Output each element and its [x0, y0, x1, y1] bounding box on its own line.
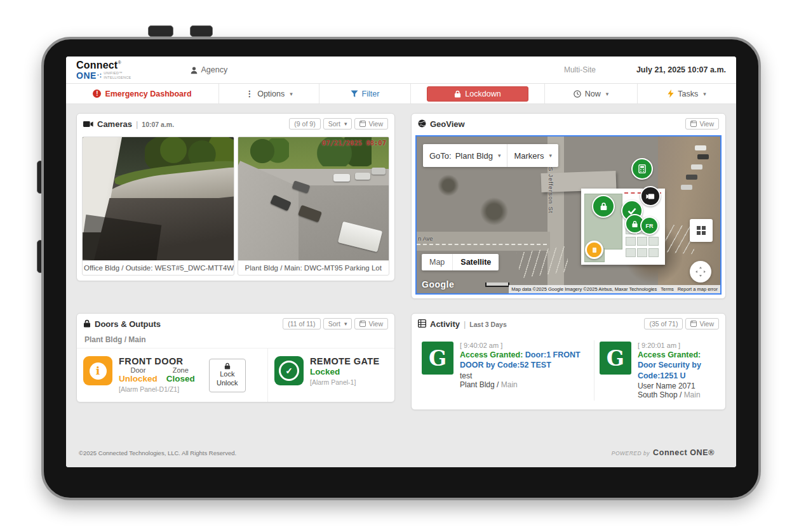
door-item-remote-gate: ✓ REMOTE GATE Locked [Alarm Panel-1] [268, 349, 386, 402]
powered-by: POWERED by Connect ONE® [612, 448, 715, 457]
goto-dropdown[interactable]: GoTo: Plant Bldg ▾ [423, 144, 507, 167]
map-scale-bar [485, 283, 509, 287]
cameras-sort-button[interactable]: Sort▾ [323, 118, 352, 130]
floorplan-room [648, 237, 659, 246]
camera-feed-1-caption: Office Bldg / Outside: WEST#5_DWC-MTT4Wi… [83, 260, 234, 275]
scene-shape [697, 154, 709, 159]
map-attribution: Map data ©2025 Google Imagery ©2025 Airb… [509, 285, 720, 293]
camera-feed-1-image [83, 137, 234, 260]
camera-feed-2-image: 07/21/2025 08:07 [238, 137, 389, 260]
chevron-down-icon: ▾ [344, 121, 347, 127]
nav-emergency-dashboard[interactable]: ! Emergency Dashboard [66, 84, 218, 103]
lock-icon [454, 90, 461, 98]
nav-filter[interactable]: Filter [319, 84, 410, 103]
device-marker[interactable] [631, 158, 653, 180]
device-icon [591, 247, 598, 253]
pan-arrows-icon [695, 266, 706, 277]
cameras-time: 10:07 a.m. [142, 121, 174, 128]
table-icon [418, 319, 426, 328]
geoview-map[interactable]: S Jefferson St n Ave [415, 135, 722, 295]
camera-feed-2[interactable]: 07/21/2025 08:07 Plant Bldg / Main: DWC-… [238, 136, 390, 276]
activity-detail-link[interactable]: Door Security by Code:1251 U [638, 361, 701, 380]
filter-icon [351, 90, 358, 98]
chevron-down-icon: ▾ [606, 91, 609, 97]
camera-feed-1[interactable]: Office Bldg / Outside: WEST#5_DWC-MTT4Wi… [82, 136, 234, 276]
lockdown-button[interactable]: Lockdown [427, 86, 528, 102]
map-tree [436, 175, 461, 196]
nav-lockdown: Lockdown [410, 84, 544, 103]
map-road [417, 232, 550, 251]
lock-unlock-button[interactable]: Lock Unlock [209, 359, 246, 392]
exclamation-icon: ! [93, 90, 101, 98]
doors-sort-button[interactable]: Sort▾ [323, 318, 352, 329]
lightning-bolt-icon [668, 90, 674, 98]
map-type-satellite-button[interactable]: Satellite [452, 254, 499, 270]
activity-event: Access Granted: [460, 350, 523, 359]
copyright-text: ©2025 Connected Technologies, LLC. All R… [79, 449, 236, 456]
door-name: FRONT DOOR [119, 356, 195, 366]
app-footer: ©2025 Connected Technologies, LLC. All R… [79, 448, 715, 457]
avenue-name-label: n Ave [418, 235, 433, 242]
report-map-error-link[interactable]: Report a map error [678, 286, 718, 292]
lock-icon [224, 362, 231, 369]
agency-label: Agency [201, 65, 228, 74]
emergency-dashboard-label: Emergency Dashboard [105, 90, 191, 98]
floorplan-room [637, 248, 647, 257]
map-type-map-button[interactable]: Map [422, 254, 452, 270]
map-pan-button[interactable] [690, 261, 711, 283]
activity-view-button[interactable]: View [685, 318, 719, 329]
lock-marker[interactable] [592, 195, 615, 218]
camera-marker[interactable] [640, 186, 661, 206]
options-label: Options [257, 90, 285, 98]
geoview-view-button[interactable]: View [685, 118, 719, 130]
scene-shape [681, 185, 692, 190]
app-header: Connect® ONE ·: UNIFIED™ INTELLIGENCE [66, 57, 736, 83]
activity-user: User Name 2071 [638, 382, 715, 390]
chevron-down-icon: ▾ [498, 152, 501, 159]
nav-now[interactable]: Now ▾ [544, 84, 637, 103]
floorplan-room [637, 237, 647, 246]
goto-value: Plant Bldg [455, 151, 493, 161]
floorplan-room [648, 248, 659, 257]
scene-shape [372, 168, 386, 175]
dashboard-content: Cameras | 10:07 a.m. (9 of 9) Sort▾ View [66, 104, 736, 467]
camera-feed-2-caption: Plant Bldg / Main: DWC-MT95 Parking Lot [238, 260, 389, 275]
cameras-count-badge: (9 of 9) [289, 118, 320, 130]
map-grid-button[interactable] [690, 219, 713, 242]
nav-options[interactable]: ⋮ Options ▾ [218, 84, 319, 103]
map-tree [478, 197, 511, 225]
door-status-icon-unlocked[interactable]: i [83, 356, 112, 385]
video-camera-icon [646, 194, 655, 199]
doors-panel-title: Doors & Outputs [83, 319, 161, 329]
google-logo: Google [422, 279, 454, 289]
logo-line1: Connect [76, 60, 117, 70]
door-status-icon-locked[interactable]: ✓ [274, 356, 304, 385]
floorplan-room [626, 248, 636, 257]
granted-badge: G [600, 342, 631, 375]
current-datetime: July 21, 2025 10:07 a.m. [636, 65, 726, 74]
doors-view-button[interactable]: View [354, 318, 388, 329]
attribution-text: Map data ©2025 Google Imagery ©2025 Airb… [511, 286, 657, 292]
terms-link[interactable]: Terms [661, 286, 673, 292]
lock-icon [83, 319, 91, 328]
lockdown-label: Lockdown [465, 90, 500, 98]
agency-selector[interactable]: Agency [190, 65, 228, 74]
cameras-view-button[interactable]: View [354, 118, 388, 130]
markers-dropdown[interactable]: Markers ▾ [507, 144, 558, 167]
connect-one-logo: Connect® ONE ·: UNIFIED™ INTELLIGENCE [76, 60, 131, 80]
main-nav: ! Emergency Dashboard ⋮ Options ▾ Filter… [66, 83, 736, 104]
activity-location: Plant Bldg / Main [460, 380, 589, 389]
activity-entry[interactable]: G [ 9:20:01 am ] Access Granted: Door Se… [594, 340, 720, 401]
nav-tasks[interactable]: Tasks ▾ [637, 84, 736, 103]
floorplan-room [626, 237, 636, 246]
activity-entry[interactable]: G [ 9:40:02 am ] Access Granted: Door:1 … [417, 340, 594, 401]
map-road-marking [417, 244, 547, 245]
door-name: REMOTE GATE [310, 356, 380, 366]
fr-marker[interactable]: FR [640, 216, 659, 235]
alert-marker[interactable] [585, 241, 603, 259]
alarm-panel-ref: [Alarm Panel-1] [310, 378, 380, 386]
activity-range: Last 3 Days [469, 321, 506, 328]
activity-panel: Activity | Last 3 Days (35 of 71) View [411, 313, 726, 410]
kebab-menu-icon: ⋮ [245, 89, 253, 98]
lock-action-label: Lock [220, 369, 234, 378]
